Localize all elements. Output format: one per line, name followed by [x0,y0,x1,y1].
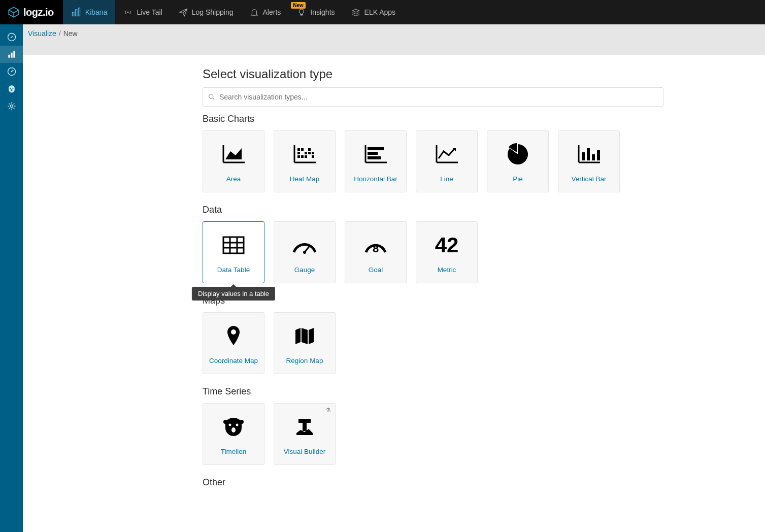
nav-insights[interactable]: New Insights [289,0,343,24]
svg-rect-2 [78,8,80,16]
card-label: Gauge [291,266,318,274]
timeseries-row: Timelion ⚗ Visual Builder [203,403,663,465]
nav-log-shipping[interactable]: Log Shipping [171,0,242,24]
viz-goal[interactable]: 8 Goal [345,221,407,283]
section-data-title: Data [203,205,663,215]
card-label: Region Map [283,357,326,364]
metric-value-icon: 42 [435,233,459,257]
nav-label: Alerts [263,8,281,16]
svg-point-50 [303,251,306,254]
svg-point-10 [10,88,11,89]
siderail-discover[interactable] [0,28,23,46]
siderail-dashboard[interactable] [0,63,23,80]
svg-rect-30 [312,155,314,158]
nav-live-tail[interactable]: Live Tail [115,0,170,24]
vertical-bar-icon [577,144,601,164]
siderail-visualize[interactable] [0,46,23,63]
nav-label: Live Tail [137,8,162,16]
svg-rect-29 [305,155,307,158]
siderail-timelion[interactable] [0,80,23,97]
region-map-icon [293,326,316,346]
viz-timelion[interactable]: Timelion [203,403,264,465]
viz-horizontal-bar[interactable]: Horizontal Bar [345,130,407,192]
svg-rect-44 [223,237,244,253]
viz-gauge[interactable]: Gauge [274,221,336,283]
basic-charts-row: Area Heat Map Horizontal Bar Line Pie Ve… [203,130,663,192]
card-tooltip: Display values in a table [192,287,275,301]
data-table-icon [221,235,246,255]
siderail-management[interactable] [0,97,23,115]
svg-rect-20 [297,148,300,151]
compass-icon [7,32,17,42]
viz-pie[interactable]: Pie [487,130,549,192]
viz-visual-builder[interactable]: ⚗ Visual Builder [274,403,336,465]
svg-point-53 [223,420,227,424]
page-title: Select visualization type [203,67,663,81]
svg-point-54 [240,420,244,424]
svg-rect-34 [368,152,378,155]
section-timeseries-title: Time Series [203,386,663,397]
card-label: Visual Builder [281,448,328,455]
nav-alerts[interactable]: Alerts [242,0,289,24]
flask-icon: ⚗ [325,407,331,414]
nav-elk-apps[interactable]: ELK Apps [343,0,404,24]
svg-rect-7 [13,51,15,57]
goal-icon: 8 [362,234,389,256]
breadcrumb-current: New [63,29,78,38]
svg-rect-23 [297,152,300,154]
gauge-icon [291,235,318,255]
svg-rect-28 [301,155,304,158]
viz-line[interactable]: Line [416,130,478,192]
card-label: Timelion [218,448,250,455]
breadcrumb-parent[interactable]: Visualize [28,29,56,38]
viz-region-map[interactable]: Region Map [274,312,336,374]
heatmap-icon [292,144,317,164]
broadcast-icon [123,8,132,17]
maps-row: Coordinate Map Region Map [203,312,663,374]
viz-coordinate-map[interactable]: Coordinate Map [203,312,264,374]
viz-data-table[interactable]: Data Table Display values in a table [203,221,264,283]
viz-area[interactable]: Area [203,130,264,192]
viz-heatmap[interactable]: Heat Map [274,130,336,192]
svg-point-3 [127,12,129,13]
search-input[interactable] [219,93,658,101]
svg-rect-21 [301,148,304,151]
new-badge: New [291,2,306,9]
svg-point-9 [11,71,12,73]
nav-kibana[interactable]: Kibana [63,0,116,24]
search-icon [208,93,215,101]
timelion-icon [222,417,245,437]
svg-rect-0 [72,12,74,16]
side-rail [0,24,23,514]
viz-metric[interactable]: 42 Metric [416,221,478,283]
nav-label: ELK Apps [364,8,396,16]
svg-point-55 [229,423,231,426]
svg-rect-43 [597,150,600,160]
section-basic-title: Basic Charts [203,114,663,124]
svg-rect-25 [308,152,311,154]
viz-vertical-bar[interactable]: Vertical Bar [558,130,620,192]
svg-point-11 [12,88,13,89]
svg-rect-42 [592,154,595,160]
svg-point-12 [11,89,12,91]
card-label: Vertical Bar [568,175,609,183]
area-chart-icon [221,144,246,164]
nav-label: Kibana [85,8,108,16]
svg-rect-41 [587,148,590,160]
breadcrumb-bar: Visualize / New [23,24,765,55]
card-label: Horizontal Bar [351,175,401,183]
svg-rect-35 [368,156,381,159]
svg-rect-26 [312,152,314,154]
card-label: Goal [365,266,386,274]
brand-logo[interactable]: logz.io [0,0,63,24]
svg-point-57 [231,427,236,433]
search-visualization-types[interactable] [203,87,663,107]
card-label: Coordinate Map [206,357,261,364]
svg-line-15 [213,98,215,100]
svg-rect-22 [308,148,311,151]
bell-icon [250,8,259,17]
card-label: Data Table [214,266,253,274]
bar-chart-icon [71,7,81,17]
card-label: Heat Map [287,175,323,183]
main-content: Select visualization type Basic Charts A… [23,55,765,514]
